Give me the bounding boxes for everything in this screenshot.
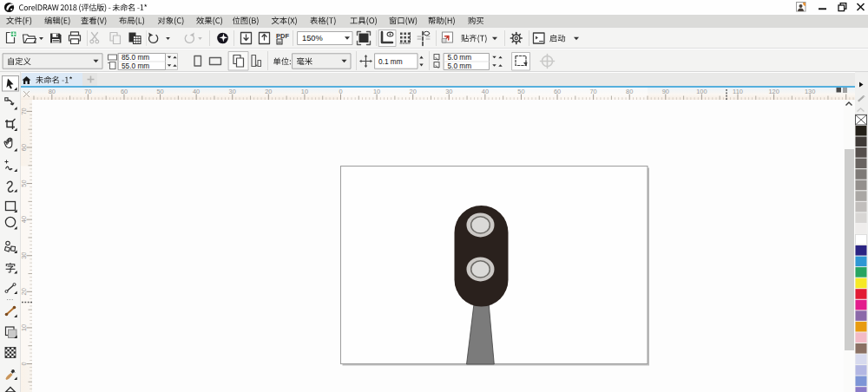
svg-text:5.0 mm: 5.0 mm <box>448 53 472 62</box>
svg-text:5.0 mm: 5.0 mm <box>448 62 472 70</box>
svg-text:60: 60 <box>554 88 561 95</box>
svg-text:55.0 mm: 55.0 mm <box>122 62 149 70</box>
svg-text:50: 50 <box>517 88 524 95</box>
svg-text:85.0 mm: 85.0 mm <box>122 53 149 62</box>
svg-text:100: 100 <box>696 88 707 95</box>
svg-text:0.1 mm: 0.1 mm <box>378 57 403 66</box>
svg-text:0: 0 <box>339 88 342 95</box>
svg-text:90: 90 <box>662 88 669 95</box>
svg-text:130: 130 <box>805 88 815 95</box>
svg-text:10: 10 <box>373 88 380 95</box>
svg-text:70: 70 <box>84 88 91 95</box>
svg-text:80: 80 <box>626 88 633 95</box>
svg-text:30: 30 <box>229 88 236 95</box>
svg-text:70: 70 <box>589 88 596 95</box>
svg-text:10: 10 <box>301 88 308 95</box>
svg-text:150%: 150% <box>302 34 323 42</box>
svg-text:120: 120 <box>768 88 779 95</box>
svg-text:110: 110 <box>733 88 743 95</box>
svg-text:20: 20 <box>265 88 272 95</box>
svg-text:20: 20 <box>410 88 417 95</box>
svg-text:50: 50 <box>156 88 163 95</box>
svg-text:40: 40 <box>482 88 489 95</box>
svg-text:30: 30 <box>445 88 452 95</box>
svg-text:80: 80 <box>49 88 56 95</box>
svg-text:PDF: PDF <box>276 32 289 40</box>
svg-text:60: 60 <box>121 88 128 95</box>
svg-text:40: 40 <box>193 88 200 95</box>
